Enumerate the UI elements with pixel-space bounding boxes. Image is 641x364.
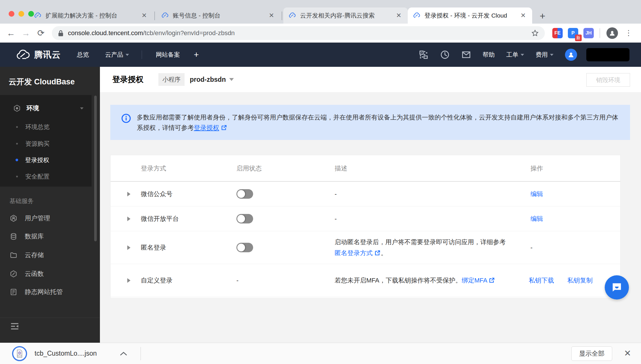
edit-link[interactable]: 编辑 bbox=[530, 190, 543, 198]
destroy-env-button[interactable]: 销毁环境 bbox=[586, 73, 630, 87]
anonymous-login-link[interactable]: 匿名登录方式 bbox=[335, 249, 373, 257]
tab-close-icon[interactable]: ✕ bbox=[519, 12, 528, 19]
account-avatar[interactable] bbox=[565, 49, 577, 61]
nav-beian[interactable]: 网站备案 bbox=[156, 51, 180, 59]
browser-tab-2[interactable]: 账号信息 - 控制台 ✕ bbox=[156, 7, 280, 24]
url-address-bar[interactable]: console.cloud.tencent.com/tcb/env/login?… bbox=[52, 26, 545, 40]
chevron-down-icon bbox=[521, 54, 524, 56]
tab-strip: 扩展能力解决方案 - 控制台 ✕ 账号信息 - 控制台 ✕ 云开发相关内容-腾讯… bbox=[0, 0, 641, 24]
extensions-area: FE P新 JH bbox=[552, 28, 594, 38]
browser-tab-active[interactable]: 登录授权 - 环境 - 云开发 Cloud ✕ bbox=[408, 7, 532, 24]
external-link-icon bbox=[221, 124, 227, 131]
sidebar-item-user-management[interactable]: 用户管理 bbox=[0, 210, 92, 227]
browser-profile-avatar[interactable] bbox=[606, 27, 618, 39]
sidebar-item-env-overview[interactable]: 环境总览 bbox=[0, 119, 92, 135]
nav-help[interactable]: 帮助 bbox=[483, 51, 495, 59]
tencent-cloud-logo[interactable]: 腾讯云 bbox=[16, 49, 61, 61]
tab-title: 云开发相关内容-腾讯云搜索 bbox=[300, 12, 395, 20]
database-icon bbox=[10, 233, 17, 240]
nav-billing[interactable]: 费用 bbox=[536, 51, 553, 59]
nav-products[interactable]: 云产品 bbox=[105, 51, 129, 59]
banner-text: 多数应用都需要了解使用者身份，了解身份可将用户数据保存在云端，并在使用者所有设备… bbox=[137, 114, 618, 131]
back-icon[interactable]: ← bbox=[3, 28, 18, 38]
sidebar-scrollbar[interactable] bbox=[94, 96, 97, 241]
bookmark-star-icon[interactable] bbox=[531, 29, 539, 37]
row-name: 微信公众号 bbox=[141, 182, 172, 206]
tab-title: 账号信息 - 控制台 bbox=[173, 12, 267, 20]
sidebar-item-login-auth[interactable]: 登录授权 bbox=[0, 152, 92, 168]
sidebar-collapse-icon[interactable] bbox=[10, 323, 19, 331]
cloud-logo-icon bbox=[16, 49, 31, 60]
private-key-download-link[interactable]: 私钥下载 bbox=[529, 276, 554, 285]
nav-ticket[interactable]: 工单 bbox=[506, 51, 524, 59]
tab-close-icon[interactable]: ✕ bbox=[140, 12, 149, 19]
extension-jh-icon[interactable]: JH bbox=[583, 28, 594, 38]
sidebar-item-security-config[interactable]: 安全配置 bbox=[0, 168, 92, 185]
sidebar-item-database[interactable]: 数据库 bbox=[0, 228, 92, 245]
new-tab-button[interactable]: + bbox=[540, 11, 545, 21]
row-description: - bbox=[335, 206, 337, 231]
qrcode-icon[interactable] bbox=[419, 50, 428, 60]
tab-close-icon[interactable]: ✕ bbox=[267, 12, 276, 19]
bullet-icon bbox=[16, 159, 18, 161]
chevron-up-icon[interactable] bbox=[120, 351, 127, 356]
user-management-icon bbox=[10, 215, 17, 222]
forward-icon[interactable]: → bbox=[18, 28, 33, 38]
browser-tab-1[interactable]: 扩展能力解决方案 - 控制台 ✕ bbox=[29, 7, 153, 24]
sidebar-env-label: 环境 bbox=[26, 104, 39, 113]
row-toggle[interactable] bbox=[236, 206, 253, 231]
edit-link[interactable]: 编辑 bbox=[530, 215, 543, 223]
message-mail-icon[interactable] bbox=[461, 50, 471, 60]
nav-overview[interactable]: 总览 bbox=[77, 51, 89, 59]
sidebar-env-section: 环境 环境总览 资源购买 登录授权 安全配置 bbox=[0, 95, 92, 187]
row-toggle[interactable] bbox=[236, 182, 253, 206]
person-icon bbox=[608, 29, 616, 37]
extension-p-icon[interactable]: P新 bbox=[568, 28, 578, 38]
brand-name: 腾讯云 bbox=[34, 49, 61, 61]
cloud-function-icon bbox=[10, 270, 17, 278]
row-description: - bbox=[335, 182, 337, 206]
nav-add-icon[interactable]: + bbox=[194, 50, 199, 60]
sidebar-item-cloud-storage[interactable]: 云存储 bbox=[0, 247, 92, 264]
show-all-downloads-button[interactable]: 显示全部 bbox=[571, 346, 612, 361]
sidebar-item-cloud-function[interactable]: 云函数 bbox=[0, 265, 92, 283]
banner-login-auth-link[interactable]: 登录授权 bbox=[194, 124, 219, 131]
tab-close-icon[interactable]: ✕ bbox=[395, 12, 403, 19]
toggle-off-switch[interactable] bbox=[236, 214, 253, 223]
bind-mfa-link[interactable]: 绑定MFA bbox=[462, 277, 487, 284]
download-bar: tcb_CustomLo....json 显示全部 ✕ bbox=[0, 343, 641, 364]
window-minimize-button[interactable] bbox=[18, 11, 24, 17]
table-row-wechat-open: 微信开放平台 - 编辑 bbox=[111, 206, 620, 231]
sidebar-divider bbox=[0, 318, 100, 318]
chevron-down-icon[interactable] bbox=[229, 78, 234, 81]
browser-menu-icon[interactable]: ⋮ bbox=[625, 29, 632, 37]
toggle-off-switch[interactable] bbox=[236, 243, 253, 252]
reload-icon[interactable]: ⟳ bbox=[33, 28, 48, 38]
download-bar-close-icon[interactable]: ✕ bbox=[624, 348, 631, 358]
extension-new-badge: 新 bbox=[575, 35, 582, 41]
static-site-icon bbox=[10, 288, 17, 296]
sidebar-item-resource-purchase[interactable]: 资源购买 bbox=[0, 135, 92, 152]
chevron-down-icon bbox=[550, 54, 553, 56]
page-title: 登录授权 bbox=[112, 74, 143, 85]
browser-tab-3[interactable]: 云开发相关内容-腾讯云搜索 ✕ bbox=[283, 7, 408, 24]
window-close-button[interactable] bbox=[9, 11, 14, 17]
extension-fe-icon[interactable]: FE bbox=[552, 28, 563, 38]
row-toggle[interactable] bbox=[236, 231, 253, 264]
customer-service-chat-button[interactable] bbox=[605, 275, 629, 299]
account-name-redacted bbox=[586, 48, 629, 61]
bullet-icon bbox=[16, 176, 18, 177]
history-clock-icon[interactable] bbox=[440, 50, 450, 60]
header-description: 描述 bbox=[335, 155, 347, 182]
toggle-off-switch[interactable] bbox=[236, 189, 253, 199]
login-methods-table: 登录方式 启用状态 描述 操作 微信公众号 - 编辑 微信开放平台 - bbox=[110, 155, 621, 298]
downloaded-file-chip[interactable]: tcb_CustomLo....json bbox=[12, 346, 127, 361]
private-key-copy-link[interactable]: 私钥复制 bbox=[567, 276, 593, 285]
row-description: 启动匿名登录后，用户将不需要登录即可访问应用，详细参考 匿名登录方式 。 bbox=[335, 231, 510, 264]
sidebar-section-env[interactable]: 环境 bbox=[0, 101, 92, 116]
tab-title: 扩展能力解决方案 - 控制台 bbox=[45, 12, 140, 20]
cloudbase-sidebar: 云开发 CloudBase 环境 环境总览 资源购买 登录授权 安全配置 基础服… bbox=[0, 67, 100, 343]
sidebar-item-static-hosting[interactable]: 静态网站托管 bbox=[0, 283, 92, 301]
env-id-selector[interactable]: prod-zbsdn bbox=[190, 76, 226, 84]
env-type-badge: 小程序 bbox=[158, 73, 185, 86]
